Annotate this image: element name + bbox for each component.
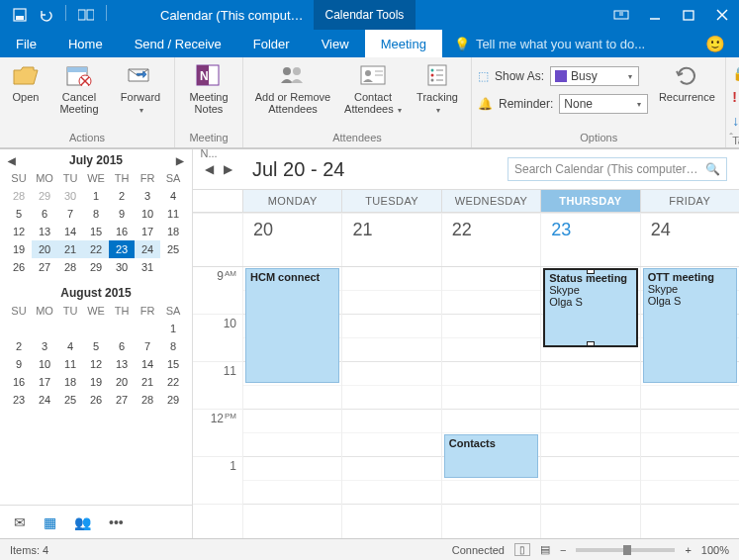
- show-as-dropdown[interactable]: Busy ▾: [550, 66, 639, 86]
- menu-file[interactable]: File: [0, 30, 52, 57]
- calendar-event[interactable]: HCM connect: [245, 268, 339, 383]
- mini-day[interactable]: 29: [160, 391, 186, 409]
- mini-day[interactable]: 8: [83, 205, 109, 223]
- mini-day[interactable]: 17: [135, 223, 160, 240]
- view-reading-icon[interactable]: ▤: [540, 543, 550, 556]
- mini-day[interactable]: 2: [6, 337, 32, 355]
- mini-day[interactable]: 31: [135, 258, 160, 276]
- collapse-ribbon-icon[interactable]: ˆ: [729, 132, 733, 143]
- mini-day[interactable]: 26: [83, 391, 109, 409]
- mini-day[interactable]: 16: [6, 373, 32, 391]
- menu-meeting[interactable]: Meeting: [365, 30, 442, 57]
- mini-day[interactable]: 14: [135, 355, 160, 373]
- mini-day[interactable]: 10: [135, 205, 160, 223]
- day-header[interactable]: TUESDAY: [341, 190, 440, 212]
- mini-calendar-august[interactable]: SUMOTUWETHFRSA 1234567891011121314151617…: [0, 302, 192, 415]
- tell-me-input[interactable]: 💡 Tell me what you want to do...: [442, 37, 645, 51]
- mini-day[interactable]: 3: [135, 187, 160, 205]
- calendar-nav-icon[interactable]: ▦: [44, 514, 56, 530]
- cancel-meeting-button[interactable]: Cancel Meeting: [51, 61, 107, 115]
- maximize-button[interactable]: [672, 0, 705, 30]
- calendar-event[interactable]: OTT meetingSkypeOlga S: [643, 268, 737, 383]
- day-header[interactable]: MONDAY: [242, 190, 341, 212]
- mini-day[interactable]: 1: [160, 320, 186, 337]
- search-icon[interactable]: 🔍: [705, 162, 720, 176]
- mini-day[interactable]: 26: [6, 258, 32, 276]
- mini-day[interactable]: 6: [32, 205, 57, 223]
- people-nav-icon[interactable]: 👥: [74, 514, 91, 530]
- reminder-dropdown[interactable]: None ▾: [559, 94, 648, 114]
- importance-low-icon[interactable]: ↓: [732, 109, 739, 133]
- mini-day[interactable]: 30: [109, 258, 135, 276]
- quick-access-save-icon[interactable]: [10, 5, 30, 25]
- mini-day[interactable]: 12: [83, 355, 109, 373]
- quick-access-undo-icon[interactable]: [36, 5, 55, 25]
- mini-day[interactable]: 9: [6, 355, 32, 373]
- day-header[interactable]: FRIDAY: [640, 190, 739, 212]
- zoom-out-icon[interactable]: −: [560, 544, 566, 556]
- mini-day[interactable]: 2: [109, 187, 135, 205]
- mini-day[interactable]: 14: [57, 223, 83, 240]
- mini-day[interactable]: 28: [6, 187, 32, 205]
- day-column[interactable]: HCM connect: [242, 267, 341, 538]
- mini-day[interactable]: 4: [160, 187, 186, 205]
- prev-month-icon[interactable]: ◀: [8, 155, 16, 166]
- mini-day[interactable]: 29: [83, 258, 109, 276]
- mini-day[interactable]: 18: [57, 373, 83, 391]
- menu-send-receive[interactable]: Send / Receive: [119, 30, 237, 57]
- search-calendar-input[interactable]: Search Calendar (This computer only) (Ct…: [508, 157, 727, 181]
- menu-home[interactable]: Home: [52, 30, 119, 57]
- open-button[interactable]: Open: [6, 61, 46, 103]
- day-header[interactable]: THURSDAY: [540, 190, 639, 212]
- mini-day[interactable]: 29: [32, 187, 57, 205]
- mini-day[interactable]: 23: [6, 391, 32, 409]
- mini-day[interactable]: 28: [57, 258, 83, 276]
- mini-day[interactable]: 16: [109, 223, 135, 240]
- mini-day[interactable]: 19: [6, 240, 32, 258]
- mini-day[interactable]: [57, 320, 83, 337]
- day-column[interactable]: Status meetingSkypeOlga S: [540, 267, 639, 538]
- mini-day[interactable]: 11: [160, 205, 186, 223]
- mini-day[interactable]: 5: [83, 337, 109, 355]
- forward-button[interactable]: Forward▾: [113, 61, 168, 117]
- mini-day[interactable]: 27: [32, 258, 57, 276]
- quick-access-view-icon[interactable]: [76, 5, 96, 25]
- mini-day[interactable]: 21: [57, 240, 83, 258]
- mail-nav-icon[interactable]: ✉: [14, 514, 26, 530]
- mini-day[interactable]: 17: [32, 373, 57, 391]
- mini-day[interactable]: 25: [160, 240, 186, 258]
- menu-view[interactable]: View: [306, 30, 365, 57]
- day-column[interactable]: [341, 267, 440, 538]
- calendar-event[interactable]: Status meetingSkypeOlga S: [543, 268, 637, 347]
- mini-day[interactable]: 23: [109, 240, 135, 258]
- mini-day[interactable]: 24: [32, 391, 57, 409]
- close-button[interactable]: [705, 0, 739, 30]
- day-column[interactable]: OTT meetingSkypeOlga S: [640, 267, 739, 538]
- mini-day[interactable]: [109, 320, 135, 337]
- contextual-tab[interactable]: Calendar Tools: [314, 0, 416, 30]
- view-normal-icon[interactable]: ▯: [514, 543, 530, 556]
- zoom-slider[interactable]: [576, 548, 675, 552]
- mini-day[interactable]: 25: [57, 391, 83, 409]
- day-header[interactable]: WEDNESDAY: [441, 190, 540, 212]
- mini-day[interactable]: 4: [57, 337, 83, 355]
- importance-high-icon[interactable]: !: [732, 85, 737, 109]
- mini-day[interactable]: [160, 258, 186, 276]
- mini-day[interactable]: 13: [109, 355, 135, 373]
- mini-day[interactable]: 7: [57, 205, 83, 223]
- feedback-smiley-icon[interactable]: 🙂: [705, 35, 739, 53]
- mini-day[interactable]: 20: [109, 373, 135, 391]
- mini-day[interactable]: 10: [32, 355, 57, 373]
- minimize-button[interactable]: [638, 0, 672, 30]
- mini-day[interactable]: 18: [160, 223, 186, 240]
- mini-day[interactable]: 1: [83, 187, 109, 205]
- date-header[interactable]: 22: [441, 214, 540, 266]
- mini-day[interactable]: 12: [6, 223, 32, 240]
- mini-day[interactable]: 22: [83, 240, 109, 258]
- mini-day[interactable]: 5: [6, 205, 32, 223]
- prev-week-icon[interactable]: ◀: [205, 162, 214, 176]
- mini-day[interactable]: [32, 320, 57, 337]
- mini-day[interactable]: 27: [109, 391, 135, 409]
- calendar-event[interactable]: Contacts: [444, 434, 538, 478]
- mini-day[interactable]: [135, 320, 160, 337]
